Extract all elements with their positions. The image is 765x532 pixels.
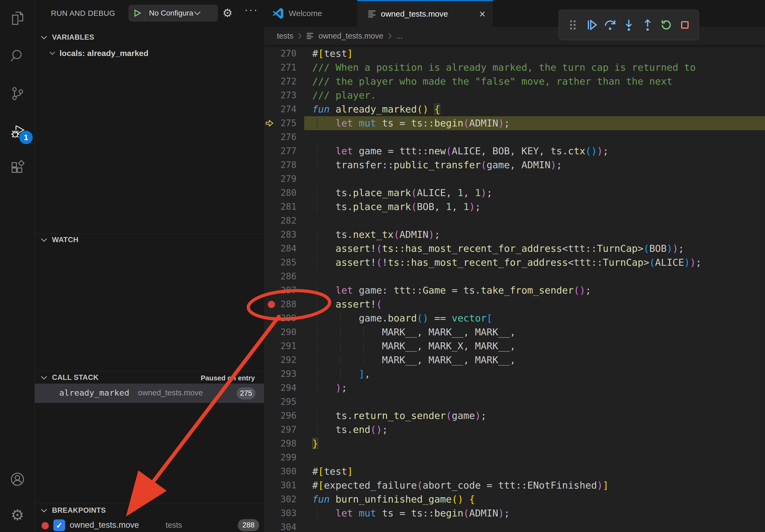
gutter[interactable]: 291	[264, 339, 312, 353]
close-icon[interactable]: ×	[479, 9, 485, 19]
code-line-304[interactable]: 304	[264, 520, 765, 532]
breakpoint-dot-icon[interactable]	[268, 301, 275, 308]
code-line-277[interactable]: 277 let game = ttt::new(ALICE, BOB, KEY,…	[264, 144, 765, 158]
breadcrumb-item[interactable]: owned_tests.move	[319, 32, 383, 40]
code-line-292[interactable]: 292 MARK__, MARK__, MARK__,	[264, 353, 765, 367]
section-breakpoints[interactable]: BREAKPOINTS	[35, 505, 264, 517]
gutter[interactable]: 286	[264, 269, 312, 283]
gutter[interactable]: 289	[264, 311, 312, 325]
code-line-287[interactable]: 287 let game: ttt::Game = ts.take_from_s…	[264, 283, 765, 297]
code-line-290[interactable]: 290 MARK__, MARK__, MARK__,	[264, 325, 765, 339]
tab-welcome[interactable]: Welcome	[264, 0, 357, 27]
gutter[interactable]: 272	[264, 75, 312, 89]
gutter[interactable]: 293	[264, 367, 312, 381]
gutter[interactable]: 283	[264, 228, 312, 242]
activity-run-and-debug[interactable]: 1	[0, 116, 35, 146]
breakpoint-checkbox[interactable]: ✓	[53, 519, 65, 531]
code-line-281[interactable]: 281 ts.place_mark(BOB, 1, 1);	[264, 200, 765, 214]
gutter[interactable]: 277	[264, 144, 312, 158]
gutter[interactable]: 299	[264, 450, 312, 464]
gutter[interactable]: 292	[264, 353, 312, 367]
code-line-285[interactable]: 285 assert!(!ts::has_most_recent_for_add…	[264, 256, 765, 269]
gear-icon[interactable]: ⚙	[223, 6, 233, 20]
activity-search[interactable]	[0, 41, 35, 71]
code-line-270[interactable]: 270#[test]	[264, 47, 765, 61]
gutter[interactable]: 276	[264, 130, 312, 144]
gutter[interactable]: 287	[264, 283, 312, 297]
gutter[interactable]: 282	[264, 214, 312, 228]
step-into-button[interactable]	[621, 14, 637, 36]
code-line-279[interactable]: 279	[264, 172, 765, 186]
gutter[interactable]: 279	[264, 172, 312, 186]
gutter[interactable]: 301	[264, 478, 312, 492]
breakpoint-list-item[interactable]: ✓ owned_tests.move tests 288	[35, 518, 264, 532]
code-line-297[interactable]: 297 ts.end();	[264, 423, 765, 437]
code-line-289[interactable]: 289 game.board() == vector[	[264, 311, 765, 325]
section-watch[interactable]: WATCH	[35, 235, 264, 246]
section-call-stack[interactable]: CALL STACK Paused on entry	[35, 372, 264, 384]
code-line-271[interactable]: 271/// When a position is already marked…	[264, 61, 765, 75]
gutter[interactable]: 300	[264, 464, 312, 478]
code-line-272[interactable]: 272/// the player who made the "false" m…	[264, 75, 765, 89]
gutter[interactable]: 304	[264, 520, 312, 532]
restart-button[interactable]	[658, 14, 674, 36]
gutter[interactable]: 290	[264, 325, 312, 339]
tab-owned-tests[interactable]: owned_tests.move ×	[357, 0, 493, 27]
code-line-295[interactable]: 295	[264, 395, 765, 409]
code-line-282[interactable]: 282	[264, 214, 765, 228]
code-line-293[interactable]: 293 ],	[264, 367, 765, 381]
code-line-299[interactable]: 299	[264, 450, 765, 464]
gutter[interactable]: 302	[264, 492, 312, 506]
gutter[interactable]: 298	[264, 437, 312, 450]
code-line-294[interactable]: 294 );	[264, 381, 765, 395]
code-line-303[interactable]: 303 let mut ts = ts::begin(ADMIN);	[264, 506, 765, 520]
variables-scope-locals[interactable]: locals: already_marked	[35, 47, 264, 61]
code-line-284[interactable]: 284 assert!(ts::has_most_recent_for_addr…	[264, 242, 765, 256]
code-line-296[interactable]: 296 ts.return_to_sender(game);	[264, 409, 765, 423]
gutter[interactable]: 295	[264, 395, 312, 409]
code-line-291[interactable]: 291 MARK__, MARK_X, MARK__,	[264, 339, 765, 353]
more-actions-icon[interactable]: ···	[245, 4, 259, 16]
gutter[interactable]: 284	[264, 242, 312, 256]
gutter[interactable]: 275	[264, 116, 312, 130]
activity-explorer[interactable]	[0, 4, 35, 33]
gutter[interactable]: 294	[264, 381, 312, 395]
code-line-278[interactable]: 278 transfer::public_transfer(game, ADMI…	[264, 158, 765, 172]
code-line-283[interactable]: 283 ts.next_tx(ADMIN);	[264, 228, 765, 242]
activity-source-control[interactable]	[0, 79, 35, 108]
code-line-288[interactable]: 288 assert!(	[264, 297, 765, 311]
continue-button[interactable]	[583, 14, 600, 36]
gutter[interactable]: 281	[264, 200, 312, 214]
activity-settings[interactable]: ⚙	[0, 500, 35, 530]
gutter[interactable]: 280	[264, 186, 312, 200]
code-line-302[interactable]: 302fun burn_unfinished_game() {	[264, 492, 765, 506]
step-over-button[interactable]	[602, 14, 618, 36]
stop-button[interactable]	[677, 14, 693, 36]
gutter[interactable]: 270	[264, 47, 312, 61]
gutter[interactable]: 297	[264, 423, 312, 437]
activity-account[interactable]	[0, 464, 35, 494]
code-line-286[interactable]: 286	[264, 269, 765, 283]
breadcrumb-item[interactable]: tests	[277, 32, 293, 40]
gutter[interactable]: 271	[264, 61, 312, 75]
activity-extensions[interactable]	[0, 153, 35, 183]
code-line-280[interactable]: 280 ts.place_mark(ALICE, 1, 1);	[264, 186, 765, 200]
gutter[interactable]: 278	[264, 158, 312, 172]
gutter[interactable]: 274	[264, 102, 312, 116]
gutter[interactable]: 296	[264, 409, 312, 423]
section-variables[interactable]: VARIABLES	[35, 32, 264, 44]
code-line-301[interactable]: 301#[expected_failure(abort_code = ttt::…	[264, 478, 765, 492]
code-line-275[interactable]: 275 let mut ts = ts::begin(ADMIN);	[264, 116, 765, 130]
launch-configuration-dropdown[interactable]: No Configura	[129, 5, 218, 21]
drag-grip-icon[interactable]	[565, 14, 581, 36]
step-out-button[interactable]	[640, 14, 656, 36]
gutter[interactable]: 285	[264, 256, 312, 269]
gutter[interactable]: 303	[264, 506, 312, 520]
code-line-300[interactable]: 300#[test]	[264, 464, 765, 478]
gutter[interactable]: 288	[264, 297, 312, 311]
breadcrumb-item[interactable]: ...	[396, 32, 402, 40]
gutter[interactable]: 273	[264, 89, 312, 102]
code-line-273[interactable]: 273/// player.	[264, 89, 765, 102]
code-line-274[interactable]: 274fun already_marked() {	[264, 102, 765, 116]
code-line-298[interactable]: 298}	[264, 437, 765, 450]
